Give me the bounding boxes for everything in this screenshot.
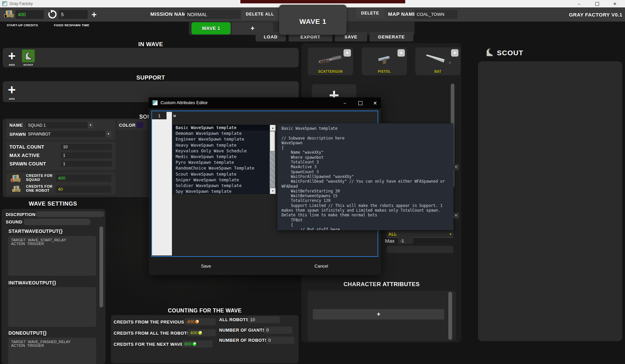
mission-name-input[interactable]: NORMAL xyxy=(185,10,241,19)
suggestion-item[interactable]: Engineer WaveSpawn template xyxy=(173,136,275,142)
suggestion-item[interactable]: Scout WaveSpawn template xyxy=(173,171,275,177)
spawn-count-label: SPAWN COUNT xyxy=(9,161,46,166)
floating-wave-tab-label: WAVE 1 xyxy=(279,18,347,26)
scroll-thumb[interactable] xyxy=(270,131,275,151)
giants-input[interactable]: 0 xyxy=(264,327,292,334)
wave-settings-scrollbar[interactable] xyxy=(99,226,103,307)
next-wave-credits-value: 800 xyxy=(184,341,192,346)
max-active-input[interactable]: 1 xyxy=(61,152,112,158)
close-button[interactable]: ✕ xyxy=(607,0,623,7)
autocomplete-list: Basic WaveSpawn template Demoman WaveSpa… xyxy=(173,125,275,194)
all-robots-input[interactable]: 10 xyxy=(248,316,280,323)
modal-save-button[interactable]: Save xyxy=(192,262,219,270)
robots-count-input[interactable]: 0 xyxy=(266,337,294,344)
all-dropdown[interactable]: ALL ▼ xyxy=(387,231,453,238)
toolbar-add-button[interactable]: + xyxy=(88,8,100,21)
suggestion-item[interactable]: Soldier WaveSpawn template xyxy=(173,183,275,188)
suggestion-item[interactable]: Demoman WaveSpawn template xyxy=(173,130,275,136)
weapon-card-bat[interactable]: + BAT xyxy=(415,48,460,75)
modal-titlebar[interactable]: Custom Attributes Editor – ✕ xyxy=(149,97,381,109)
max-input[interactable]: -1 xyxy=(398,237,413,244)
delete-wave-button[interactable]: DELETE xyxy=(356,8,384,18)
squad-color-swatch[interactable] xyxy=(137,122,143,128)
modal-minimize-button[interactable]: – xyxy=(338,97,352,109)
add-scattergun-button[interactable]: + xyxy=(344,49,351,57)
prev-wave-credits-value: 400 xyxy=(187,319,195,324)
respawn-time-input[interactable]: 5 xyxy=(59,10,88,19)
suggestion-item[interactable]: Heavy WaveSpawn template xyxy=(173,142,275,148)
modal-app-icon xyxy=(152,100,158,105)
floating-wave-tab[interactable]: WAVE 1 xyxy=(279,5,347,35)
map-name-input[interactable]: COAL_TOWN xyxy=(414,10,457,19)
weapon-name: BAT xyxy=(415,70,460,73)
autocomplete-scrollbar[interactable]: ▲ ▼ xyxy=(270,125,275,194)
suggestion-item[interactable]: Basic WaveSpawn template xyxy=(173,125,275,130)
scroll-down-icon[interactable]: ▼ xyxy=(270,188,276,194)
robots-credits-input[interactable]: 400 xyxy=(188,329,216,336)
spawn-count-input[interactable]: 1 xyxy=(61,161,112,167)
app-icon xyxy=(2,1,7,6)
description-input[interactable] xyxy=(36,211,104,217)
add-pistol-button[interactable]: + xyxy=(397,49,405,57)
startwaveoutput-box[interactable]: TARGET WAVE_START_RELAY ACTION TRIGGER xyxy=(8,236,96,276)
in-wave-add-button[interactable]: + xyxy=(5,49,19,63)
credits-for-squad-input[interactable]: 400 xyxy=(56,175,111,182)
hidden-dropdown-chevron-icon[interactable]: ▼ xyxy=(453,213,459,218)
suggestion-item[interactable]: Sniper WaveSpawn template xyxy=(173,177,275,183)
doneoutput-box[interactable]: TARGET WAVE_FINSHED_RELAY ACTION TRIGGER xyxy=(8,338,96,364)
template-preview-text: Basic WaveSpawn template // Subwave desc… xyxy=(277,123,453,230)
weapon-card-scattergun[interactable]: + SCATTERGUN xyxy=(308,48,353,75)
robot-name-input[interactable] xyxy=(387,246,453,253)
line-number: 1 xyxy=(152,112,167,119)
mission-name-value: NORMAL xyxy=(187,12,207,17)
prev-wave-credits-input[interactable]: 400 xyxy=(185,318,216,325)
generate-button[interactable]: GENERATE xyxy=(369,32,413,41)
version-label: GRAY FACTORY V0.1 xyxy=(569,12,622,18)
modal-maximize-button[interactable] xyxy=(354,97,367,109)
character-attributes-scrollbar[interactable] xyxy=(448,292,452,340)
modal-close-button[interactable]: ✕ xyxy=(369,97,381,109)
sound-input[interactable] xyxy=(24,219,90,225)
in-wave-robot-scout[interactable] xyxy=(22,49,35,63)
pistol-image xyxy=(377,54,392,66)
suggestion-item[interactable]: Medic WaveSpawn template xyxy=(173,154,275,159)
template-preview-tooltip: Basic WaveSpawn template // Subwave desc… xyxy=(277,123,453,230)
window-title: Gray Factory xyxy=(9,1,33,6)
delete-all-button[interactable]: DELETE ALL xyxy=(241,8,279,20)
chevron-down-icon: ▼ xyxy=(449,233,452,236)
scroll-up-icon[interactable]: ▲ xyxy=(270,125,276,131)
suggestion-item[interactable]: Spy WaveSpawn template xyxy=(173,188,275,194)
maximize-button[interactable] xyxy=(589,0,605,7)
add-bat-button[interactable]: + xyxy=(451,49,458,57)
suggestion-item[interactable]: Keyvalues Only Wave Schedule xyxy=(173,148,275,154)
respawn-icon xyxy=(48,9,57,20)
hidden-dropdown-chevron-icon[interactable]: ▼ xyxy=(453,164,459,170)
minimize-button[interactable]: – xyxy=(571,0,587,7)
tab-wave-1[interactable]: WAVE 1 xyxy=(191,22,231,34)
squad-spawn-value: SPAWNBOT xyxy=(26,132,51,136)
character-attributes-title: CHARACTER ATTRIBUTES xyxy=(307,281,456,288)
credits-for-one-robot-input[interactable]: 40 xyxy=(56,186,111,193)
sound-label: SOUND xyxy=(6,219,22,224)
suggestion-item[interactable]: RandomChoice WaveSpawn Template xyxy=(173,165,275,171)
startwaveoutput-content: TARGET WAVE_START_RELAY ACTION TRIGGER xyxy=(8,236,96,246)
initwaveoutput-box[interactable] xyxy=(8,287,96,327)
suggestion-item[interactable]: Pyro WaveSpawn template xyxy=(173,159,275,165)
counting-title: COUNTING FOR THE WAVE xyxy=(111,308,299,314)
support-add-button[interactable]: + xyxy=(5,83,19,97)
squad-spawn-dropdown[interactable]: SPAWNBOT ▼ xyxy=(26,131,111,137)
add-attribute-button[interactable]: + xyxy=(313,309,444,320)
app-window: Gray Factory – ✕ 400 5 + MISSION NAME NO… xyxy=(0,0,625,364)
squad-name-dropdown[interactable]: SQUAD 1 ▼ xyxy=(26,122,93,128)
total-count-value: 10 xyxy=(63,145,67,149)
modal-cancel-button[interactable]: Cancel xyxy=(308,262,335,270)
weapon-card-pistol[interactable]: + PISTOL xyxy=(362,48,407,75)
credits-for-one-robot-value: 40 xyxy=(58,187,63,192)
support-add-label: ADD xyxy=(5,97,19,100)
coin-icon xyxy=(192,342,196,346)
startup-credits-input[interactable]: 400 xyxy=(16,10,44,19)
map-name-label: MAP NAME xyxy=(388,11,417,17)
total-count-input[interactable]: 10 xyxy=(61,144,112,150)
max-active-value: 1 xyxy=(63,153,65,158)
next-wave-credits-input[interactable]: 800 xyxy=(182,340,213,347)
